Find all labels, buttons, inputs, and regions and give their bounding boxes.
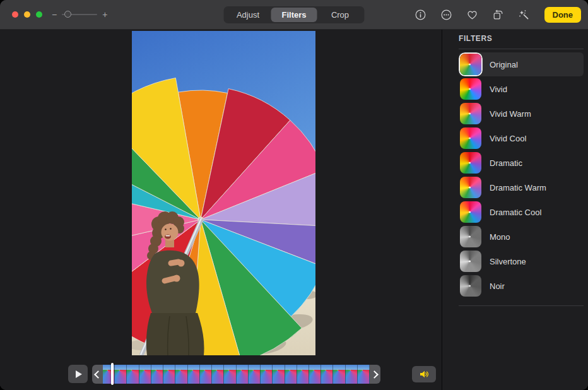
zoom-slider-track[interactable] [62,14,97,15]
filter-label: Original [490,60,518,69]
auto-enhance-wand-icon[interactable] [517,8,531,21]
filmstrip-frame [333,365,345,384]
video-frame [132,31,315,355]
zoom-slider: − + [52,0,107,29]
zoom-slider-knob[interactable] [64,11,71,18]
filter-item-vivid[interactable]: Vivid [459,77,584,101]
filter-item-vivid-warm[interactable]: Vivid Warm [459,102,584,126]
trim-handle-left[interactable] [92,365,103,384]
filter-thumbnail [460,251,481,272]
tab-crop[interactable]: Crop [317,8,363,22]
edit-mode-segmented-control: AdjustFiltersCrop [224,6,365,23]
filmstrip-frame [261,365,273,384]
list-bottom-divider [459,305,584,306]
header-divider [459,49,584,49]
filter-label: Dramatic Cool [490,208,541,217]
playhead[interactable] [111,363,114,385]
filmstrip-frames[interactable] [103,365,370,384]
filmstrip-frame [297,365,309,384]
filter-label: Vivid Cool [490,134,526,143]
filmstrip-frame [175,365,187,384]
minimize-button[interactable] [24,11,30,18]
filter-thumbnail [460,201,481,223]
filter-item-dramatic-warm[interactable]: Dramatic Warm [459,175,584,199]
zoom-window-button[interactable] [36,11,42,18]
volume-button[interactable] [412,366,436,382]
filter-item-vivid-cool[interactable]: Vivid Cool [459,126,584,150]
filter-item-noir[interactable]: Noir [459,274,584,298]
filter-item-dramatic[interactable]: Dramatic [459,151,584,175]
filmstrip-frame [212,365,224,384]
chevron-left-icon [94,370,102,379]
traffic-lights [12,11,42,18]
filter-item-mono[interactable]: Mono [459,225,584,249]
close-button[interactable] [12,11,18,18]
filters-header: FILTERS [459,34,584,43]
filter-item-original[interactable]: Original [459,52,584,76]
filmstrip-frame [151,365,163,384]
filmstrip-frame [249,365,261,384]
info-icon[interactable] [414,8,427,21]
toolbar-actions: Done [414,0,582,29]
filmstrip-frame [224,365,236,384]
filter-label: Mono [490,232,510,242]
zoom-in-button[interactable]: + [102,10,107,19]
filmstrip-frame [346,365,358,384]
filter-label: Dramatic [490,158,522,168]
filter-list: OriginalVividVivid WarmVivid CoolDramati… [459,52,584,298]
play-icon [76,370,82,378]
photos-editor-window: − + AdjustFiltersCrop [0,0,588,390]
tab-adjust[interactable]: Adjust [225,8,271,22]
favorite-heart-icon[interactable] [466,8,479,21]
toolbar: − + AdjustFiltersCrop [0,0,588,30]
filmstrip-frame [163,365,175,384]
filter-thumbnail [460,103,481,124]
rotate-icon[interactable] [491,8,505,21]
filmstrip-frame [358,365,370,384]
trim-handle-right[interactable] [370,365,380,384]
filter-label: Vivid [490,85,507,94]
filmstrip-frame [285,365,297,384]
filters-panel: FILTERS OriginalVividVivid WarmVivid Coo… [442,30,588,390]
filmstrip-frame [237,365,249,384]
filmstrip-frame [273,365,285,384]
filter-thumbnail [460,54,481,75]
filmstrip-frame [115,365,127,384]
filter-thumbnail [460,275,481,297]
filter-thumbnail [460,226,481,247]
more-options-icon[interactable] [440,8,453,21]
filmstrip-frame [188,365,200,384]
chevron-right-icon [370,370,379,379]
zoom-out-button[interactable]: − [52,10,57,19]
filter-label: Vivid Warm [490,109,531,119]
filter-thumbnail [460,78,481,100]
play-button[interactable] [68,365,88,383]
filmstrip-frame [321,365,333,384]
filmstrip-frame [200,365,212,384]
filmstrip-frame [139,365,151,384]
video-filmstrip-scrubber[interactable] [92,365,380,384]
filter-label: Noir [490,281,505,291]
filter-item-dramatic-cool[interactable]: Dramatic Cool [459,200,584,224]
filter-thumbnail [460,152,481,174]
filter-thumbnail [460,177,481,198]
filmstrip-frame [309,365,321,384]
speaker-icon [418,369,430,380]
filter-item-silvertone[interactable]: Silvertone [459,249,584,273]
filter-label: Silvertone [490,257,526,266]
editing-canvas [0,30,442,390]
filter-label: Dramatic Warm [490,183,546,192]
filter-thumbnail [460,127,481,149]
done-button[interactable]: Done [544,7,582,23]
tab-filters[interactable]: Filters [271,8,317,22]
filmstrip-frame [127,365,139,384]
